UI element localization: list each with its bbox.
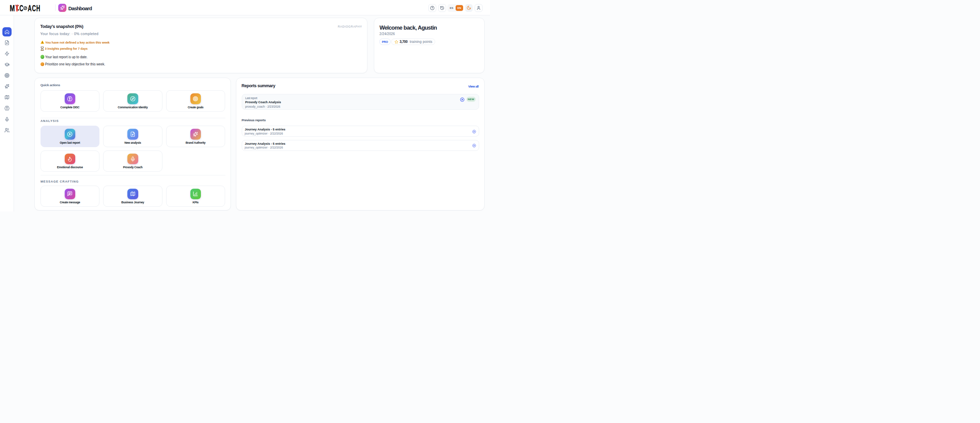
svg-text:C: C — [32, 5, 36, 12]
svg-text:M: M — [10, 5, 14, 12]
svg-text:H: H — [36, 5, 40, 12]
svg-text:C: C — [19, 5, 23, 12]
svg-text:A: A — [28, 5, 31, 12]
